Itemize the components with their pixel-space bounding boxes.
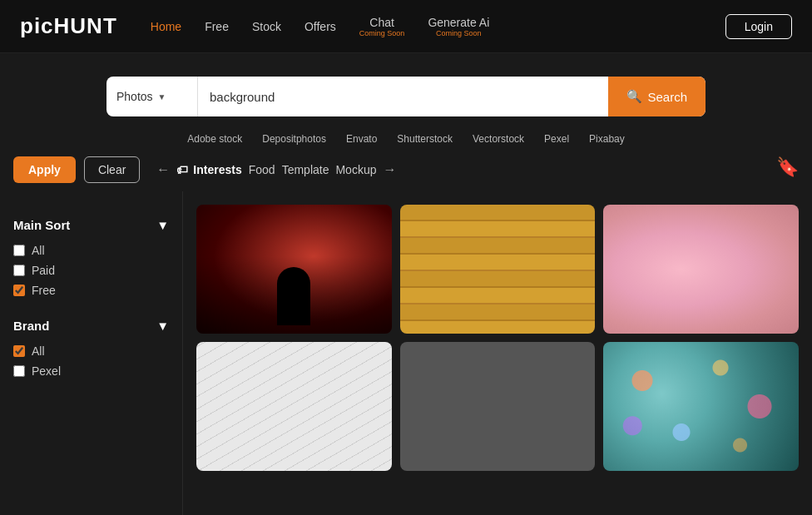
chevron-down-icon: ▼ xyxy=(158,92,166,102)
image-card-3[interactable] xyxy=(603,205,799,334)
interests-arrow-left[interactable]: ← xyxy=(156,162,170,177)
main-sort-all-label: All xyxy=(32,244,45,257)
search-icon: 🔍 xyxy=(626,89,642,104)
brand-all-checkbox[interactable] xyxy=(13,345,25,357)
brand-chevron-icon: ▼ xyxy=(156,319,169,333)
search-button[interactable]: 🔍 Search xyxy=(608,77,706,116)
source-adobe[interactable]: Adobe stock xyxy=(187,133,242,145)
source-pixabay[interactable]: Pixabay xyxy=(589,133,625,145)
source-depositphotos[interactable]: Depositphotos xyxy=(262,133,326,145)
content-area xyxy=(183,191,812,515)
search-input[interactable] xyxy=(198,77,608,116)
main-sort-options: All Paid Free xyxy=(13,239,169,302)
brand-section: Brand ▼ All Pexel xyxy=(13,312,169,383)
tag-mockup[interactable]: Mockup xyxy=(335,163,376,176)
main-sort-free-checkbox[interactable] xyxy=(13,285,25,296)
brand-pexel[interactable]: Pexel xyxy=(13,364,169,378)
source-links: Adobe stock Depositphotos Envato Shutter… xyxy=(0,126,812,148)
main-sort-label: Main Sort xyxy=(13,218,70,232)
header: picHUNT Home Free Stock Offers Chat Comi… xyxy=(0,0,812,53)
interests-text: Interests xyxy=(193,163,241,176)
silhouette-figure xyxy=(277,267,310,325)
nav-chat-coming-soon: Coming Soon xyxy=(359,29,405,37)
nav-home[interactable]: Home xyxy=(151,20,181,33)
tag-food[interactable]: Food xyxy=(249,163,275,176)
nav-chat-group[interactable]: Chat Coming Soon xyxy=(359,16,405,37)
nav-generate-group[interactable]: Generate Ai Coming Soon xyxy=(428,16,489,37)
main-layout: Main Sort ▼ All Paid Free xyxy=(0,191,812,515)
image-card-2[interactable] xyxy=(400,205,596,334)
clear-button[interactable]: Clear xyxy=(84,156,140,183)
main-nav: Home Free Stock Offers Chat Coming Soon … xyxy=(151,16,725,37)
search-type-label: Photos xyxy=(116,90,153,103)
brand-header[interactable]: Brand ▼ xyxy=(13,312,169,339)
brand-pexel-label: Pexel xyxy=(32,364,61,378)
brand-label: Brand xyxy=(13,319,49,333)
logo[interactable]: picHUNT xyxy=(20,13,117,39)
brand-pexel-checkbox[interactable] xyxy=(13,365,25,377)
search-box: Photos ▼ 🔍 Search xyxy=(106,77,706,116)
main-sort-free-label: Free xyxy=(32,284,56,297)
search-section: Photos ▼ 🔍 Search xyxy=(0,53,812,126)
source-envato[interactable]: Envato xyxy=(346,133,377,145)
tag-icon: 🏷 xyxy=(176,163,188,176)
main-sort-header[interactable]: Main Sort ▼ xyxy=(13,211,169,239)
source-shutterstock[interactable]: Shutterstock xyxy=(397,133,453,145)
main-sort-free[interactable]: Free xyxy=(13,284,169,297)
brand-options: All Pexel xyxy=(13,339,169,383)
top-controls-row: Apply Clear ← 🏷 Interests Food Template … xyxy=(0,148,812,191)
image-grid xyxy=(196,205,799,471)
nav-stock[interactable]: Stock xyxy=(252,20,281,33)
search-btn-label: Search xyxy=(647,90,687,104)
brand-all[interactable]: All xyxy=(13,344,169,358)
source-pexel[interactable]: Pexel xyxy=(544,133,569,145)
tag-template[interactable]: Template xyxy=(282,163,329,176)
image-card-6[interactable] xyxy=(603,342,799,471)
main-sort-paid-label: Paid xyxy=(32,264,55,277)
nav-generate-coming-soon: Coming Soon xyxy=(436,29,482,37)
nav-chat[interactable]: Chat xyxy=(369,16,394,29)
main-sort-paid-checkbox[interactable] xyxy=(13,265,25,276)
image-card-5[interactable] xyxy=(400,342,596,471)
nav-offers[interactable]: Offers xyxy=(304,20,336,33)
image-card-1[interactable] xyxy=(196,205,392,334)
image-card-4[interactable] xyxy=(196,342,392,471)
main-sort-all-checkbox[interactable] xyxy=(13,245,25,256)
main-sort-all[interactable]: All xyxy=(13,244,169,257)
nav-free[interactable]: Free xyxy=(205,20,229,33)
search-type-select[interactable]: Photos ▼ xyxy=(106,77,198,116)
interests-arrow-right[interactable]: → xyxy=(383,162,396,177)
source-vectorstock[interactable]: Vectorstock xyxy=(473,133,524,145)
interests-label: 🏷 Interests xyxy=(176,163,241,176)
apply-button[interactable]: Apply xyxy=(13,156,76,183)
main-sort-paid[interactable]: Paid xyxy=(13,264,169,277)
bookmark-icon[interactable]: 🔖 xyxy=(776,156,799,178)
sidebar: Main Sort ▼ All Paid Free xyxy=(0,191,183,515)
interests-bar: ← 🏷 Interests Food Template Mockup → xyxy=(156,162,396,177)
nav-generate[interactable]: Generate Ai xyxy=(428,16,489,29)
main-sort-chevron-icon: ▼ xyxy=(156,218,169,232)
brand-all-label: All xyxy=(32,344,45,358)
main-sort-section: Main Sort ▼ All Paid Free xyxy=(13,211,169,302)
login-button[interactable]: Login xyxy=(725,14,792,39)
